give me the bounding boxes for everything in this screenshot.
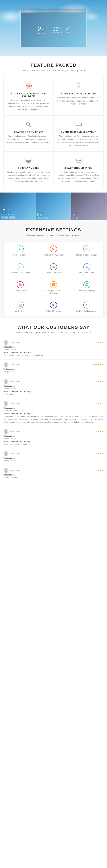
review-meta-2: 2 months ago [10,364,92,365]
settings-item-weather: ⛅ Multiple Weather Forecasts [70,242,103,260]
review-reason-value-1: Design Quality [3,348,104,350]
preview-item-2: 22° NEW YORK, US [35,192,71,220]
preview-temp-3: 2° [73,212,79,217]
fullscreen-icon: ⊞ [17,264,24,270]
settings-item-celsius: °C Celsius / Fahrenheit [37,260,70,278]
ssl-icon [74,82,83,90]
google-icon: G [83,264,90,270]
settings-item-languages: 🌐 Supports 39 Languages [70,278,103,298]
feature-desc-responsive: Weather displays are fully responsive an… [57,135,100,147]
review-item: 4 months ago ★★★★★ Main reason: Design Q… [3,426,104,448]
review-avatar-7 [3,468,8,473]
review-extra-text-1: Good plugin, easy to use and get setup q… [3,354,104,357]
settings-item-youtube: ▶ Youtube or HTML5 Videos [37,242,70,260]
review-item: 2 months ago ★★★★★ Main reason: Design Q… [3,337,104,360]
feature-item-search: SEARCH BY CITY OR ZIP Add an optional se… [4,116,53,151]
hero-city-1: NEW YORK, US [37,33,48,34]
feature-desc-background: Use static images or flat style colors f… [57,170,100,183]
svg-point-3 [78,86,79,87]
customers-title: WHAT OUR CUSTOMERS SAY [3,324,104,330]
svg-point-22 [5,380,7,382]
svg-line-5 [29,125,31,127]
svg-text:HTML5: HTML5 [25,85,32,88]
svg-point-25 [5,402,7,404]
hero-city-2: NEW YORK, US [51,32,62,33]
feature-item-geolocation: HTML5 HTML5 GEOLOCATION WITH IP FALLBACK… [4,77,53,116]
svg-rect-9 [26,158,31,162]
hero-section: localhost 22° NEW YORK, US 22° NEW YORK,… [0,0,107,56]
custom-image-icon: 🖼 [50,281,57,288]
review-item: 4 months ago ★★★★☆ Main reason: Customer… [3,398,104,426]
colors-icon: 🎨 [17,281,24,288]
svg-point-19 [5,363,7,365]
title-icon: T [83,302,90,309]
review-header-2: 2 months ago ★★★★★ [3,362,104,367]
review-extra-text-4: Plugin works great, super easy to implem… [3,415,104,424]
review-reason-value-6: Design Quality [3,459,104,461]
settings-item-cache: ⏱ Cache For 1 Hour [4,242,37,260]
background-icon [74,156,83,164]
settings-item-fonts: G 600+ Google Fonts [70,260,103,278]
review-time-5: 4 months ago [10,430,92,432]
review-extra-text-3: Great plugin [3,393,104,396]
settings-label-cache: Cache For 1 Hour [5,254,35,256]
review-time-7: 5 months ago [10,469,92,471]
feature-title-ssl: HTTPS SECURE SSL SUPPORT [57,92,100,95]
settings-subtitle: Required weather displayed no matter how… [3,234,104,237]
review-header-5: 4 months ago ★★★★★ [3,429,104,434]
review-avatar-5 [3,429,8,434]
review-item: 5 months ago ★★★★★ Main reason: Customer… [3,465,104,482]
svg-point-16 [5,341,7,343]
app-preview: localhost 22° NEW YORK, US 22° NEW YORK,… [21,9,86,47]
svg-point-28 [5,430,7,432]
preview-item-1: 22° NEW YORK, US ☁ ☁ ☀ ⛅ [0,192,35,220]
review-time-6: 4 months ago [10,453,92,455]
review-time-1: 2 months ago [10,341,92,343]
svg-rect-6 [76,122,80,125]
responsive-icon [74,120,83,129]
preview-temp-1: 22° [1,208,16,213]
review-stars-7: ★★★★★ [93,469,104,471]
widget-icon: ⊞ [50,302,57,309]
review-meta-7: 5 months ago [10,469,92,471]
hero-temp-1: 22° [37,25,48,33]
svg-point-31 [5,452,7,454]
settings-label-title: Custom Title / Location Title [72,310,102,312]
settings-item-custom-images: 🖼 Custom Images for 7 Weather Conditions [37,278,70,298]
border-icon: ⬜ [17,302,24,309]
review-item: 4 months ago ★★★★★ Main reason: Design Q… [3,448,104,465]
clock-icon: ⏱ [17,245,24,252]
preview-info-1: 22° NEW YORK, US ☁ ☁ ☀ ⛅ [1,208,16,219]
settings-label-border: Border Styles [5,310,35,312]
review-stars-3: ★★★★★ [93,380,104,383]
feature-title-display: 2 DISPLAY MODES [7,167,50,169]
feature-title-search: SEARCH BY CITY OR ZIP [7,131,50,133]
feature-item-background: 3 BACKGROUND TYPES Use static images or … [54,152,104,187]
review-reason-value-3: Design Quality [3,387,104,390]
preview-info-3: 2° RK, US [73,212,79,219]
hero-temp-3: 2° [65,27,70,31]
html5-icon: HTML5 [24,82,33,90]
review-stars-2: ★★★★★ [93,363,104,366]
customers-section: WHAT OUR CUSTOMERS SAY We offer excellen… [0,318,107,486]
hero-temp-2: 22° [51,26,62,32]
display-icon [24,156,33,164]
review-header-4: 4 months ago ★★★★☆ [3,401,104,406]
review-stars-1: ★★★★★ [93,341,104,344]
settings-item-border: ⬜ Border Styles [4,298,37,316]
settings-label-celsius: Celsius / Fahrenheit [39,272,69,274]
preview-temp-2: 22° [37,212,50,217]
feature-desc-display: Configure your weather forecast in a sim… [7,170,50,183]
review-main-reason-label-7: Main reason: [3,474,104,476]
feature-item-ssl: HTTPS SECURE SSL SUPPORT Supports HTTPS … [54,77,104,116]
settings-item-colors: 🎨 Unlimited Colors [4,278,37,298]
settings-label-languages: Supports 39 Languages [72,289,102,292]
review-list: 2 months ago ★★★★★ Main reason: Design Q… [3,337,104,482]
preview-city-2: NEW YORK, US [37,217,50,219]
review-main-reason-label-2: Main reason: [3,368,104,370]
feature-packed-subtitle: Modern and dynamic weather forecasts for… [3,69,104,72]
review-avatar-6 [3,451,8,456]
review-extra-label-1: Extra comments from the buyer: [3,351,104,353]
settings-title: EXTENSIVE SETTINGS [3,227,104,232]
review-avatar-3 [3,379,8,384]
